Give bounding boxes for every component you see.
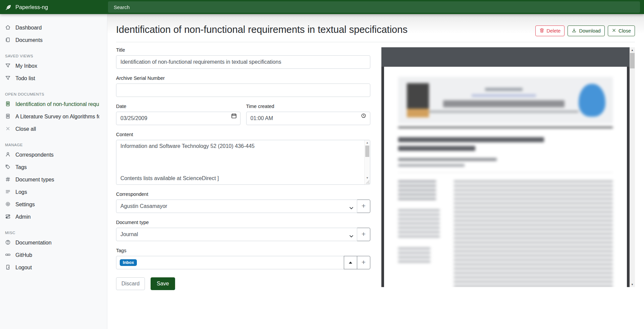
discard-button[interactable]: Discard: [116, 277, 145, 290]
sidebar-item-documentation[interactable]: Documentation: [0, 236, 107, 249]
sidebar-item-close-all[interactable]: Close all: [0, 123, 107, 135]
download-icon: [572, 28, 577, 34]
sidebar-open-doc-active[interactable]: Identification of non-functional require…: [0, 98, 107, 110]
sidebar-item-correspondents[interactable]: Correspondents: [0, 149, 107, 161]
publisher-logo: [579, 84, 605, 117]
close-button[interactable]: Close: [608, 25, 635, 36]
header-divider: [116, 42, 635, 42]
date-input[interactable]: [116, 112, 240, 125]
document-type-select[interactable]: Journal: [116, 228, 357, 241]
textarea-scrollbar[interactable]: ▲ ▼: [364, 140, 370, 184]
asn-input[interactable]: [116, 84, 370, 97]
sidebar-item-settings[interactable]: Settings: [0, 198, 107, 211]
sidebar-item-document-types[interactable]: Document types: [0, 173, 107, 186]
door-icon: [5, 264, 11, 271]
sidebar-item-label: Logout: [15, 265, 32, 271]
document-type-label: Document type: [116, 220, 370, 225]
tag-inbox[interactable]: Inbox: [120, 259, 137, 266]
trash-icon: [539, 28, 544, 34]
brand[interactable]: Paperless-ng: [0, 0, 107, 14]
section-title-misc: MISC: [0, 231, 107, 235]
sidebar-item-label: A Literature Survey on Algorithms for Mu…: [15, 114, 99, 120]
pdf-page: [384, 67, 627, 287]
scroll-down-arrow[interactable]: ▼: [630, 282, 635, 287]
add-tag-button[interactable]: +: [357, 256, 370, 269]
sidebar-item-my-inbox[interactable]: My Inbox: [0, 60, 107, 72]
home-icon: [5, 24, 11, 31]
scrollbar-thumb[interactable]: [365, 146, 369, 157]
question-circle-icon: [5, 239, 11, 246]
download-button[interactable]: Download: [568, 25, 605, 36]
sidebar-item-todo-list[interactable]: Todo list: [0, 72, 107, 85]
scrollbar-thumb[interactable]: [630, 53, 635, 68]
documents-icon: [5, 37, 11, 43]
sidebar-item-dashboard[interactable]: Dashboard: [0, 21, 107, 34]
sidebar-item-admin[interactable]: Admin: [0, 211, 107, 223]
edit-form: Title Archive Serial Number Date: [116, 47, 370, 290]
correspondent-value: Agustin Casamayor: [120, 203, 167, 209]
title-label: Title: [116, 47, 370, 53]
section-title-open-documents: OPEN DOCUMENTS: [0, 92, 107, 96]
affiliation-line: [398, 164, 465, 167]
scroll-up-arrow[interactable]: ▲: [365, 140, 370, 145]
link-icon: [5, 252, 11, 258]
resize-grip[interactable]: [366, 180, 369, 184]
authors-line: [398, 158, 497, 161]
article-divider: [398, 172, 613, 173]
section-title-saved-views: SAVED VIEWS: [0, 54, 107, 58]
chevron-down-icon: [350, 233, 353, 239]
top-navbar: Paperless-ng: [0, 0, 644, 14]
time-input[interactable]: [246, 112, 371, 125]
paperless-leaf-icon: [5, 4, 12, 10]
correspondent-select[interactable]: Agustin Casamayor: [116, 200, 357, 213]
sidebar-item-label: Dashboard: [15, 25, 42, 31]
title-input[interactable]: [116, 55, 370, 69]
download-label: Download: [579, 28, 601, 34]
delete-button[interactable]: Delete: [535, 25, 565, 36]
save-button[interactable]: Save: [151, 277, 175, 290]
brand-label: Paperless-ng: [15, 4, 48, 10]
sidebar-item-logout[interactable]: Logout: [0, 261, 107, 274]
time-label: Time created: [246, 104, 371, 109]
sidebar-item-label: Tags: [15, 164, 27, 170]
document-type-value: Journal: [120, 231, 138, 237]
add-document-type-button[interactable]: +: [357, 228, 370, 241]
tags-dropdown-button[interactable]: [344, 256, 357, 269]
sidebar-item-label: Correspondents: [15, 152, 54, 158]
scroll-down-arrow[interactable]: ▼: [365, 175, 370, 180]
tags-input[interactable]: Inbox: [116, 256, 344, 269]
preview-scrollbar[interactable]: ▲ ▼: [630, 47, 635, 287]
add-correspondent-button[interactable]: +: [357, 200, 370, 213]
sidebar-item-logs[interactable]: Logs: [0, 186, 107, 198]
sidebar-item-label: Logs: [15, 189, 27, 195]
sidebar-item-label: My Inbox: [15, 63, 37, 69]
section-title-manage: MANAGE: [0, 143, 107, 147]
gear-icon: [5, 201, 11, 208]
preview-column: ▲ ▼: [381, 47, 635, 290]
file-text-icon: [5, 113, 11, 120]
correspondent-label: Correspondent: [116, 191, 370, 197]
sidebar-item-label: Settings: [15, 202, 35, 208]
search-area: [107, 0, 644, 14]
header-rule: [398, 127, 613, 128]
sidebar-open-doc-2[interactable]: A Literature Survey on Algorithms for Mu…: [0, 110, 107, 123]
article-title-line: [398, 146, 475, 151]
close-label: Close: [619, 28, 631, 34]
date-label: Date: [116, 104, 240, 109]
toggles-icon: [5, 214, 11, 220]
scroll-up-arrow[interactable]: ▲: [630, 47, 635, 53]
journal-cover-thumbnail: [407, 83, 429, 117]
search-input[interactable]: [108, 1, 640, 13]
content-textarea[interactable]: Information and Software Technology 52 (…: [116, 140, 370, 185]
sidebar-item-github[interactable]: GitHub: [0, 249, 107, 261]
sidebar-item-label: Documents: [15, 37, 43, 43]
sidebar-item-tags[interactable]: Tags: [0, 161, 107, 173]
person-icon: [5, 152, 11, 158]
article-info-column: [398, 180, 454, 287]
pdf-toolbar: [381, 47, 630, 67]
sidebar-item-label: Document types: [15, 177, 54, 183]
sidebar-item-documents[interactable]: Documents: [0, 34, 107, 46]
asn-label: Archive Serial Number: [116, 75, 370, 81]
sidebar-item-label: Identification of non-functional require…: [15, 101, 99, 107]
pdf-preview: ▲ ▼: [381, 47, 635, 287]
